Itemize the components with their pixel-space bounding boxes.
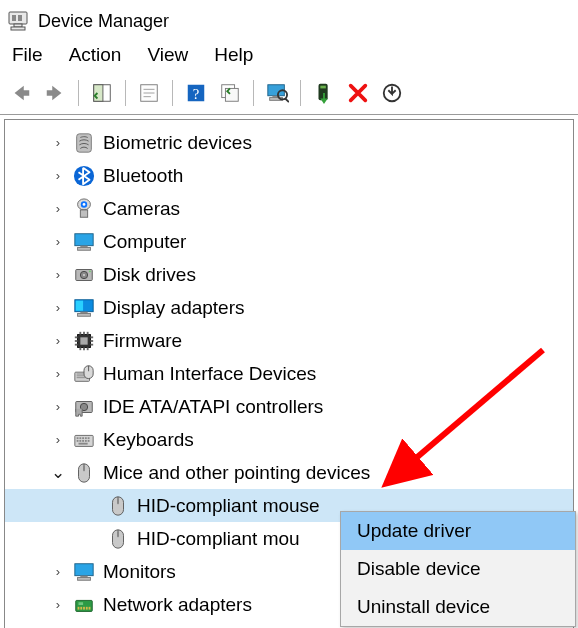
- chevron-right-icon[interactable]: ›: [51, 597, 65, 612]
- scan-hardware-button[interactable]: [262, 78, 292, 108]
- tree-node[interactable]: ⌄Mice and other pointing devices: [5, 456, 573, 489]
- context-uninstall-device[interactable]: Uninstall device: [341, 588, 575, 626]
- display-icon: [73, 297, 95, 319]
- svg-rect-64: [79, 437, 81, 439]
- chevron-right-icon[interactable]: ›: [51, 399, 65, 414]
- chevron-right-icon[interactable]: ›: [51, 201, 65, 216]
- toolbar-sep: [172, 80, 173, 106]
- toolbar-sep: [125, 80, 126, 106]
- svg-rect-89: [83, 606, 85, 609]
- menu-help[interactable]: Help: [214, 44, 253, 66]
- tree-node[interactable]: ›Bluetooth: [5, 159, 573, 192]
- svg-rect-86: [76, 600, 93, 611]
- chevron-down-icon[interactable]: ⌄: [51, 462, 65, 483]
- bluetooth-icon: [73, 165, 95, 187]
- svg-rect-85: [78, 577, 91, 580]
- chevron-right-icon[interactable]: ›: [51, 267, 65, 282]
- svg-rect-83: [75, 563, 93, 575]
- properties-button[interactable]: [134, 78, 164, 108]
- toolbar: ?: [0, 72, 578, 115]
- hid-icon: [73, 363, 95, 385]
- svg-rect-63: [77, 437, 79, 439]
- nav-forward-button[interactable]: [40, 78, 70, 108]
- chevron-right-icon[interactable]: ›: [51, 168, 65, 183]
- toolbar-sep: [78, 80, 79, 106]
- toolbar-sep: [300, 80, 301, 106]
- chevron-right-icon[interactable]: ›: [51, 564, 65, 579]
- tree-node[interactable]: ›Human Interface Devices: [5, 357, 573, 390]
- chevron-right-icon[interactable]: ›: [51, 234, 65, 249]
- svg-rect-71: [85, 440, 87, 442]
- ide-icon: [73, 396, 95, 418]
- svg-line-19: [285, 99, 289, 103]
- chevron-right-icon[interactable]: ›: [51, 366, 65, 381]
- update-driver-button[interactable]: [309, 78, 339, 108]
- toolbar-sep: [253, 80, 254, 106]
- tree-child-label: HID-compliant mou: [137, 528, 300, 550]
- tree-node[interactable]: ›Biometric devices: [5, 126, 573, 159]
- tree-node[interactable]: ›Disk drives: [5, 258, 573, 291]
- network-icon: [73, 594, 95, 616]
- context-update-driver[interactable]: Update driver: [341, 512, 575, 550]
- chevron-right-icon[interactable]: ›: [51, 333, 65, 348]
- svg-rect-82: [117, 531, 119, 536]
- show-hide-tree-button[interactable]: [87, 78, 117, 108]
- svg-rect-67: [88, 437, 90, 439]
- app-icon: [6, 9, 30, 33]
- context-menu: Update driver Disable device Uninstall d…: [340, 511, 576, 627]
- tree-node[interactable]: ›Keyboards: [5, 423, 573, 456]
- svg-point-34: [83, 274, 85, 276]
- titlebar: Device Manager: [0, 0, 578, 40]
- svg-rect-72: [88, 440, 90, 442]
- disable-device-button[interactable]: [377, 78, 407, 108]
- svg-rect-41: [80, 337, 87, 344]
- tree-node[interactable]: ›Display adapters: [5, 291, 573, 324]
- svg-rect-4: [11, 27, 25, 30]
- svg-rect-39: [78, 313, 91, 316]
- svg-rect-1: [12, 15, 16, 21]
- fingerprint-icon: [73, 132, 95, 154]
- tree-node[interactable]: ›Cameras: [5, 192, 573, 225]
- menu-view[interactable]: View: [147, 44, 188, 66]
- tree-node-label: Monitors: [103, 561, 176, 583]
- tree-node[interactable]: ›Computer: [5, 225, 573, 258]
- menu-file[interactable]: File: [12, 44, 43, 66]
- chevron-right-icon[interactable]: ›: [51, 135, 65, 150]
- svg-rect-37: [76, 300, 83, 310]
- menu-action[interactable]: Action: [69, 44, 122, 66]
- tree-node[interactable]: ›IDE ATA/ATAPI controllers: [5, 390, 573, 423]
- tree-node-label: IDE ATA/ATAPI controllers: [103, 396, 323, 418]
- svg-point-27: [83, 203, 86, 206]
- svg-text:?: ?: [193, 86, 200, 102]
- tree-node-label: Disk drives: [103, 264, 196, 286]
- window-title: Device Manager: [38, 11, 169, 32]
- svg-rect-91: [89, 606, 91, 609]
- svg-rect-70: [82, 440, 84, 442]
- svg-rect-65: [82, 437, 84, 439]
- svg-rect-79: [117, 498, 119, 503]
- keyboard-icon: [73, 429, 95, 451]
- tree-child-label: HID-compliant mouse: [137, 495, 320, 517]
- tree-node-label: Firmware: [103, 330, 182, 352]
- chip-icon: [73, 330, 95, 352]
- svg-point-35: [89, 270, 91, 272]
- tree-node-label: Mice and other pointing devices: [103, 462, 370, 484]
- svg-rect-2: [18, 15, 22, 21]
- tree-node[interactable]: ›Firmware: [5, 324, 573, 357]
- chevron-right-icon[interactable]: ›: [51, 432, 65, 447]
- monitor-icon: [73, 231, 95, 253]
- action-menu-button[interactable]: [215, 78, 245, 108]
- chevron-right-icon[interactable]: ›: [51, 300, 65, 315]
- mouse-icon: [107, 495, 129, 517]
- svg-rect-87: [78, 606, 80, 609]
- monitor2-icon: [73, 561, 95, 583]
- camera-icon: [73, 198, 95, 220]
- svg-rect-92: [79, 602, 84, 605]
- svg-rect-28: [80, 209, 87, 216]
- svg-rect-21: [320, 86, 326, 89]
- uninstall-device-button[interactable]: [343, 78, 373, 108]
- svg-rect-6: [94, 85, 103, 102]
- context-disable-device[interactable]: Disable device: [341, 550, 575, 588]
- nav-back-button[interactable]: [6, 78, 36, 108]
- help-button[interactable]: ?: [181, 78, 211, 108]
